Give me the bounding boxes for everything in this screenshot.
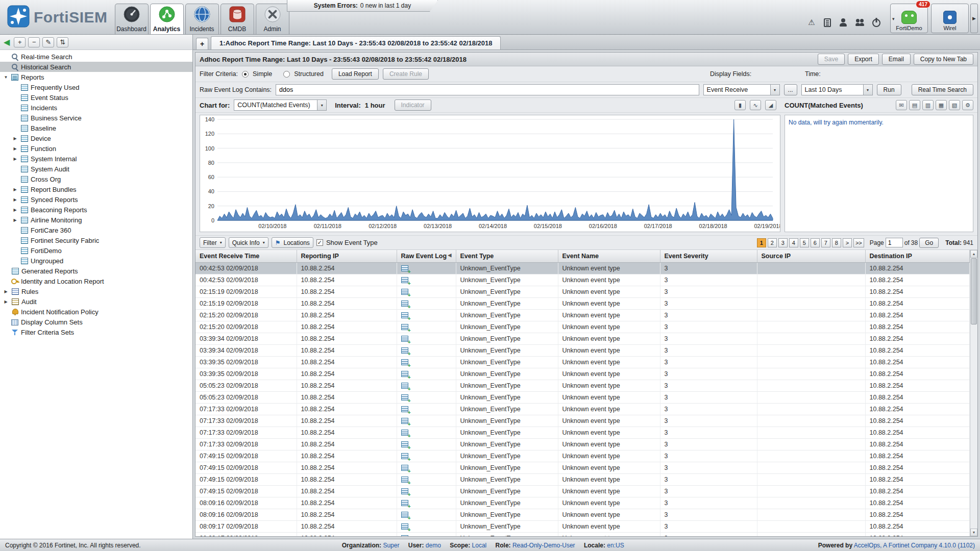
filter-dropdown[interactable]: Filter ▾ — [200, 237, 226, 248]
system-errors-banner[interactable]: System Errors: 0 new in last 1 day — [287, 0, 438, 12]
raw-event-log-icon[interactable] — [401, 418, 408, 424]
column-header-source-ip[interactable]: Source IP — [757, 250, 865, 262]
new-tab-button[interactable]: + — [196, 38, 208, 49]
edit-button[interactable]: ✎ — [42, 37, 54, 47]
create-rule-button[interactable]: Create Rule — [383, 68, 429, 80]
table-view-icon[interactable]: ▤ — [909, 100, 920, 110]
page-button-4[interactable]: 4 — [789, 238, 798, 247]
indicator-button[interactable]: Indicator — [395, 99, 431, 111]
back-icon[interactable]: ◀ — [4, 37, 10, 47]
sidebar-item-baseline[interactable]: Baseline — [0, 123, 192, 133]
raw-event-log-icon[interactable] — [401, 535, 408, 536]
more-fields-button[interactable]: ... — [784, 84, 797, 95]
raw-event-log-icon[interactable] — [401, 371, 408, 377]
table-row[interactable]: 07:49:15 02/09/201810.88.2.254Unknown_Ev… — [195, 450, 970, 462]
table-row[interactable]: 00:42:53 02/09/201810.88.2.254Unknown_Ev… — [195, 274, 970, 286]
locations-button[interactable]: ⚑ Locations — [272, 237, 313, 248]
account-wireless[interactable]: Wirel — [931, 4, 969, 33]
raw-event-log-icon[interactable] — [401, 359, 408, 365]
raw-event-log-icon[interactable] — [401, 406, 408, 412]
tree-expand-icon[interactable]: ▶ — [12, 146, 18, 151]
report-view-icon[interactable]: ▦ — [936, 100, 947, 110]
sidebar-item-audit[interactable]: ▶Audit — [0, 296, 192, 307]
powered-by-link[interactable]: AccelOps, A Fortinet Company 4.10.0 (110… — [854, 542, 975, 549]
page-button-8[interactable]: 8 — [832, 238, 841, 247]
sidebar-item-cross-org[interactable]: Cross Org — [0, 174, 192, 184]
page-button-1[interactable]: 1 — [757, 238, 766, 247]
column-header-destination-ip[interactable]: Destination IP — [865, 250, 970, 262]
scrollbar-thumb[interactable] — [971, 258, 977, 324]
tree-expand-icon[interactable]: ▶ — [12, 157, 18, 161]
raw-event-log-icon[interactable] — [401, 477, 408, 483]
table-row[interactable]: 07:49:15 02/09/201810.88.2.254Unknown_Ev… — [195, 485, 970, 497]
raw-event-log-icon[interactable] — [401, 324, 408, 330]
table-row[interactable]: 08:09:17 02/09/201810.88.2.254Unknown_Ev… — [195, 532, 970, 536]
real-time-search-button[interactable]: Real Time Search — [912, 84, 973, 95]
export-button[interactable]: Export — [848, 54, 879, 65]
nav-tab-dashboard[interactable]: Dashboard — [115, 4, 149, 34]
raw-event-log-icon[interactable] — [401, 289, 408, 295]
raw-event-log-icon[interactable] — [401, 277, 408, 283]
grid-view-icon[interactable]: ▥ — [922, 100, 934, 110]
column-header-event-type[interactable]: Event Type — [456, 250, 558, 262]
report-tab[interactable]: 1:Adhoc Report Time Range: Last 10 Days … — [211, 36, 501, 49]
time-range-select[interactable]: Last 10 Days ▾ — [801, 84, 873, 95]
nav-tab-admin[interactable]: Admin — [256, 4, 289, 34]
tree-expand-icon[interactable]: ▶ — [12, 208, 18, 212]
sidebar-item-frequently-used[interactable]: Frequently Used — [0, 82, 192, 92]
nav-tab-incidents[interactable]: Incidents — [185, 4, 219, 34]
quick-info-dropdown[interactable]: Quick Info ▾ — [229, 237, 268, 248]
raw-event-log-icon[interactable] — [401, 336, 408, 342]
line-chart-icon[interactable]: ∿ — [750, 100, 761, 110]
raw-event-log-icon[interactable] — [401, 500, 408, 506]
table-row[interactable]: 08:09:16 02/09/201810.88.2.254Unknown_Ev… — [195, 509, 970, 520]
sidebar-item-generated-reports[interactable]: Generated Reports — [0, 266, 192, 276]
raw-event-log-icon[interactable] — [401, 312, 408, 318]
table-row[interactable]: 07:49:15 02/09/201810.88.2.254Unknown_Ev… — [195, 462, 970, 473]
sidebar-item-fortidemo[interactable]: FortiDemo — [0, 245, 192, 256]
table-row[interactable]: 03:39:35 02/09/201810.88.2.254Unknown_Ev… — [195, 368, 970, 380]
copy-to-new-tab-button[interactable]: Copy to New Tab — [914, 54, 973, 65]
account-dropdown-icon[interactable]: ▾ — [892, 16, 895, 21]
raw-event-log-icon[interactable] — [401, 347, 408, 354]
remove-button[interactable]: − — [28, 37, 40, 47]
sidebar-item-display-column-sets[interactable]: Display Column Sets — [0, 317, 192, 327]
sidebar-item-ungrouped[interactable]: Ungrouped — [0, 256, 192, 266]
page-button-2[interactable]: 2 — [768, 238, 777, 247]
table-row[interactable]: 08:09:16 02/09/201810.88.2.254Unknown_Ev… — [195, 497, 970, 509]
table-row[interactable]: 03:39:34 02/09/201810.88.2.254Unknown_Ev… — [195, 344, 970, 356]
sidebar-item-fortinet-security-fabric[interactable]: Fortinet Security Fabric — [0, 235, 192, 245]
email-button[interactable]: Email — [882, 54, 911, 65]
sidebar-item-rules[interactable]: ▶Rules — [0, 286, 192, 296]
sidebar-item-system-internal[interactable]: ▶System Internal — [0, 154, 192, 164]
table-row[interactable]: 07:17:33 02/09/201810.88.2.254Unknown_Ev… — [195, 427, 970, 438]
table-row[interactable]: 02:15:19 02/09/201810.88.2.254Unknown_Ev… — [195, 286, 970, 297]
column-header-raw-event-log[interactable]: Raw Event Log◀ — [397, 250, 456, 262]
chart-for-select[interactable]: COUNT(Matched Events) ▾ — [234, 99, 327, 111]
sidebar-item-incident-notification-policy[interactable]: Incident Notification Policy — [0, 307, 192, 317]
sidebar-item-reports[interactable]: ▼Reports — [0, 72, 192, 82]
table-row[interactable]: 00:42:53 02/09/201810.88.2.254Unknown_Ev… — [195, 262, 970, 274]
scrollbar-track[interactable] — [970, 325, 977, 529]
sidebar-item-filter-criteria-sets[interactable]: Filter Criteria Sets — [0, 327, 192, 337]
users-icon[interactable] — [855, 18, 865, 27]
raw-event-log-icon[interactable] — [401, 523, 408, 530]
page-number-input[interactable] — [886, 238, 903, 247]
show-event-type-checkbox[interactable]: ✓ — [316, 239, 323, 246]
sidebar-item-forticare-360[interactable]: FortiCare 360 — [0, 225, 192, 235]
add-button[interactable]: + — [14, 37, 26, 47]
chart-style-icon[interactable]: ▧ — [949, 100, 960, 110]
page-button-5[interactable]: 5 — [800, 238, 809, 247]
table-row[interactable]: 05:05:23 02/09/201810.88.2.254Unknown_Ev… — [195, 391, 970, 403]
nav-tab-analytics[interactable]: Analytics — [150, 4, 184, 34]
sidebar-item-device[interactable]: ▶Device — [0, 133, 192, 143]
organize-button[interactable]: ⇅ — [57, 37, 68, 47]
sidebar-item-event-status[interactable]: Event Status — [0, 92, 192, 103]
column-header-event-name[interactable]: Event Name — [558, 250, 660, 262]
scroll-up-icon[interactable]: ▲ — [970, 250, 977, 258]
sidebar-item-synced-reports[interactable]: ▶Synced Reports — [0, 194, 192, 205]
area-chart-icon[interactable]: ◢ — [765, 100, 776, 110]
raw-event-log-icon[interactable] — [401, 465, 408, 471]
tree-expand-icon[interactable]: ▶ — [12, 136, 18, 141]
sidebar-item-business-service[interactable]: Business Service — [0, 113, 192, 123]
